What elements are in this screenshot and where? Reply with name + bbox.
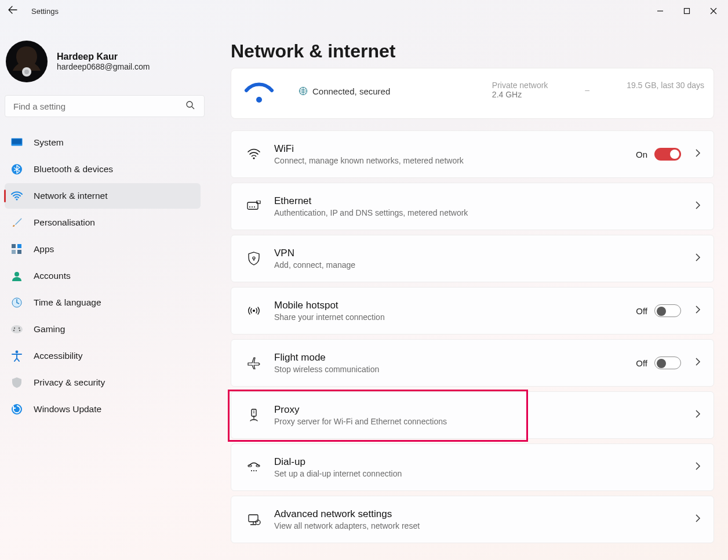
titlebar-left: Settings bbox=[1, 5, 59, 17]
svg-point-19 bbox=[14, 328, 15, 329]
connection-status-text: Connected, secured bbox=[312, 86, 390, 96]
svg-point-34 bbox=[253, 410, 254, 412]
search-icon bbox=[185, 100, 195, 112]
dialup-icon bbox=[244, 461, 264, 473]
minimize-button[interactable] bbox=[647, 0, 674, 22]
sidebar-item-label: Apps bbox=[34, 244, 54, 254]
sidebar-item-label: Bluetooth & devices bbox=[34, 164, 113, 174]
settings-row-dialup[interactable]: Dial-up Set up a dial-up internet connec… bbox=[231, 443, 714, 491]
search-input[interactable] bbox=[5, 95, 205, 117]
proxy-icon bbox=[244, 409, 264, 421]
sidebar-item-system[interactable]: System bbox=[5, 130, 201, 155]
row-subtitle: Connect, manage known networks, metered … bbox=[274, 156, 464, 165]
row-title: Flight mode bbox=[274, 352, 379, 363]
svg-point-21 bbox=[13, 330, 14, 331]
sidebar-item-accounts[interactable]: Accounts bbox=[5, 263, 201, 289]
wifi-toggle-group: On bbox=[636, 148, 681, 161]
settings-row-mobile-hotspot[interactable]: Mobile hotspot Share your internet conne… bbox=[231, 287, 714, 334]
sidebar-item-label: Network & internet bbox=[34, 191, 108, 201]
connection-metrics: Private network 2.4 GHz – 19.5 GB, last … bbox=[492, 81, 704, 99]
settings-row-advanced[interactable]: Advanced network settings View all netwo… bbox=[231, 496, 714, 543]
svg-rect-15 bbox=[17, 250, 21, 254]
svg-point-25 bbox=[256, 97, 262, 103]
sidebar-item-gaming[interactable]: Gaming bbox=[5, 317, 201, 342]
wifi-icon bbox=[10, 190, 23, 202]
wifi-toggle[interactable] bbox=[654, 148, 681, 161]
settings-row-vpn[interactable]: VPN Add, connect, manage bbox=[231, 235, 714, 282]
back-arrow-icon bbox=[8, 5, 17, 14]
svg-rect-36 bbox=[248, 465, 252, 467]
row-title: Dial-up bbox=[274, 456, 402, 468]
search-box[interactable] bbox=[5, 95, 206, 117]
hotspot-icon bbox=[244, 305, 264, 317]
chevron-right-icon bbox=[695, 461, 701, 473]
avatar bbox=[6, 41, 48, 82]
flight-toggle-group: Off bbox=[636, 357, 681, 369]
sidebar-item-personalisation[interactable]: Personalisation bbox=[5, 210, 201, 235]
svg-rect-9 bbox=[12, 139, 22, 144]
settings-row-proxy[interactable]: Proxy Proxy server for Wi-Fi and Etherne… bbox=[231, 391, 714, 439]
back-button[interactable] bbox=[8, 5, 17, 17]
row-title: Proxy bbox=[274, 404, 447, 416]
row-subtitle: Proxy server for Wi-Fi and Ethernet conn… bbox=[274, 417, 447, 426]
svg-point-27 bbox=[253, 157, 254, 159]
maximize-button[interactable] bbox=[674, 0, 700, 22]
hotspot-toggle[interactable] bbox=[654, 304, 681, 317]
settings-row-ethernet[interactable]: Ethernet Authentication, IP and DNS sett… bbox=[231, 183, 714, 230]
separator: – bbox=[585, 85, 589, 94]
hotspot-toggle-group: Off bbox=[636, 304, 681, 317]
sidebar-item-windows-update[interactable]: Windows Update bbox=[5, 397, 201, 422]
connection-summary-card[interactable]: Connected, secured Private network 2.4 G… bbox=[231, 68, 714, 119]
close-icon bbox=[710, 8, 717, 14]
sidebar-item-label: Gaming bbox=[34, 324, 65, 334]
person-icon bbox=[10, 270, 23, 282]
settings-window: Settings bbox=[0, 0, 728, 560]
row-text: Ethernet Authentication, IP and DNS sett… bbox=[274, 195, 468, 217]
page-title: Network & internet bbox=[231, 41, 714, 62]
chevron-right-icon bbox=[695, 514, 701, 525]
chevron-right-icon bbox=[695, 148, 701, 160]
svg-line-7 bbox=[192, 107, 194, 109]
row-text: Mobile hotspot Share your internet conne… bbox=[274, 300, 385, 322]
svg-point-6 bbox=[187, 101, 192, 107]
row-text: Dial-up Set up a dial-up internet connec… bbox=[274, 456, 402, 478]
ethernet-icon bbox=[244, 201, 264, 212]
settings-list: WiFi Connect, manage known networks, met… bbox=[231, 130, 714, 543]
titlebar: Settings bbox=[0, 0, 728, 22]
svg-point-30 bbox=[253, 257, 255, 259]
sidebar-item-apps[interactable]: Apps bbox=[5, 237, 201, 262]
svg-point-40 bbox=[256, 470, 257, 471]
connection-network-type: Private network 2.4 GHz bbox=[492, 81, 548, 99]
connection-data-usage: 19.5 GB, last 30 days bbox=[627, 81, 704, 90]
sidebar-item-label: Personalisation bbox=[34, 217, 95, 228]
row-subtitle: Stop wireless communication bbox=[274, 365, 379, 374]
sidebar-item-label: Privacy & security bbox=[34, 377, 105, 388]
svg-rect-13 bbox=[17, 244, 21, 248]
sidebar-item-label: Accounts bbox=[34, 271, 71, 281]
sidebar-item-label: System bbox=[34, 137, 64, 148]
sidebar-item-time-language[interactable]: Time & language bbox=[5, 290, 201, 315]
bluetooth-icon bbox=[10, 163, 23, 176]
sidebar-item-bluetooth[interactable]: Bluetooth & devices bbox=[5, 157, 201, 182]
accessibility-icon bbox=[10, 350, 23, 362]
profile-section[interactable]: Hardeep Kaur hardeep0688@gmail.com bbox=[5, 41, 206, 82]
sidebar: Hardeep Kaur hardeep0688@gmail.com Syste… bbox=[0, 22, 214, 560]
toggle-label: Off bbox=[636, 306, 647, 316]
settings-row-flight-mode[interactable]: Flight mode Stop wireless communication … bbox=[231, 339, 714, 387]
svg-point-35 bbox=[253, 412, 254, 413]
svg-point-39 bbox=[253, 470, 254, 471]
flight-toggle[interactable] bbox=[654, 357, 681, 369]
chevron-right-icon bbox=[695, 409, 701, 421]
svg-rect-37 bbox=[256, 465, 260, 467]
close-button[interactable] bbox=[700, 0, 727, 22]
profile-email: hardeep0688@gmail.com bbox=[57, 62, 150, 71]
row-subtitle: Set up a dial-up internet connection bbox=[274, 469, 402, 478]
paintbrush-icon bbox=[10, 216, 23, 229]
svg-point-32 bbox=[253, 310, 255, 312]
row-text: Proxy Proxy server for Wi-Fi and Etherne… bbox=[274, 404, 447, 426]
sidebar-item-privacy-security[interactable]: Privacy & security bbox=[5, 370, 201, 395]
sidebar-item-label: Accessibility bbox=[34, 351, 82, 361]
settings-row-wifi[interactable]: WiFi Connect, manage known networks, met… bbox=[231, 130, 714, 178]
sidebar-item-accessibility[interactable]: Accessibility bbox=[5, 343, 201, 369]
sidebar-item-network[interactable]: Network & internet bbox=[5, 183, 201, 209]
